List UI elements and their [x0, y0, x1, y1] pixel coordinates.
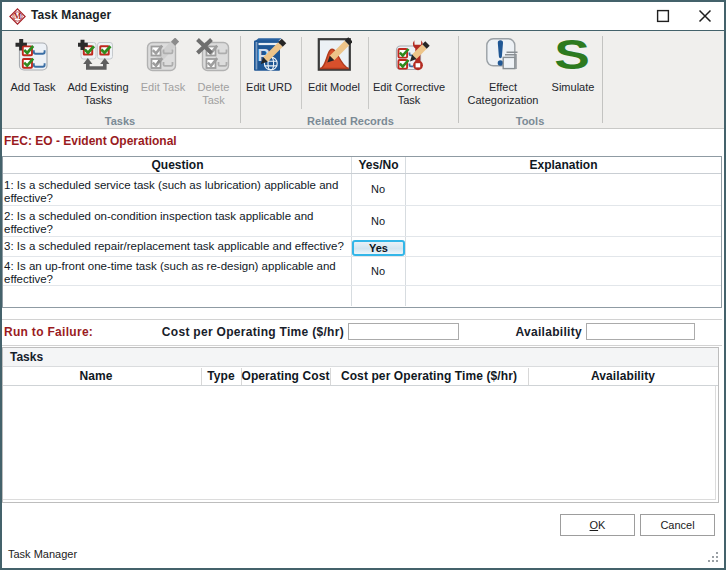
- svg-text:S: S: [555, 38, 589, 70]
- svg-text:M: M: [13, 12, 21, 21]
